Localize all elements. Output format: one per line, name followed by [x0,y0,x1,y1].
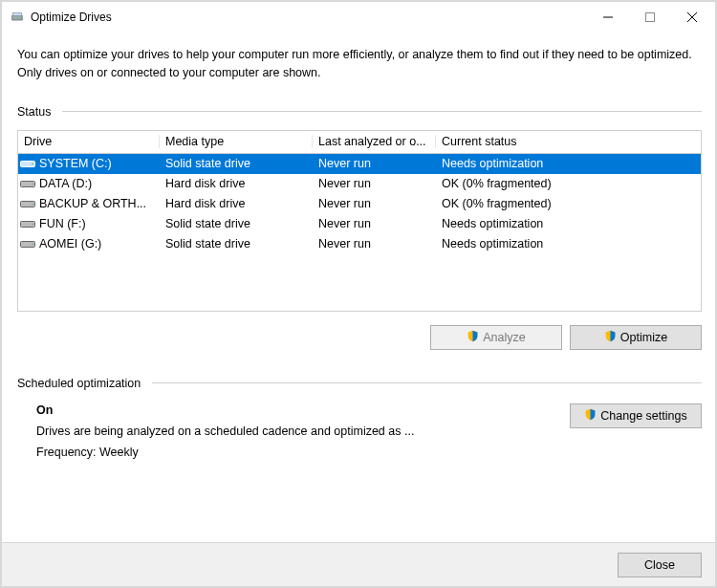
svg-rect-4 [646,13,655,22]
optimize-label: Optimize [620,331,667,344]
change-settings-button[interactable]: Change settings [570,403,702,428]
media-type: Solid state drive [160,237,313,250]
shield-icon [584,408,597,424]
table-row[interactable]: DATA (D:)Hard disk driveNever runOK (0% … [18,174,701,194]
close-dialog-button[interactable]: Close [618,553,702,577]
last-analyzed: Never run [313,197,436,210]
current-status: Needs optimization [436,237,701,250]
svg-point-14 [32,224,33,226]
status-label: Status [17,105,51,119]
analyze-button[interactable]: Analyze [430,325,562,350]
table-row[interactable]: SYSTEM (C:)Solid state driveNever runNee… [18,154,701,174]
last-analyzed: Never run [313,237,436,250]
drive-icon [20,158,35,169]
drive-icon [20,178,35,189]
media-type: Solid state drive [160,217,313,230]
drive-name: AOMEI (G:) [39,237,101,250]
current-status: OK (0% fragmented) [436,197,701,210]
window-controls [587,3,713,32]
drive-name: FUN (F:) [39,217,86,230]
drive-name: BACKUP & ORTH... [39,197,146,210]
status-section-header: Status [17,105,702,119]
media-type: Solid state drive [160,157,313,170]
svg-point-10 [32,184,33,185]
svg-point-8 [32,163,33,165]
drive-icon [20,218,35,229]
media-type: Hard disk drive [160,177,313,190]
header-drive[interactable]: Drive [18,135,160,148]
optimize-button[interactable]: Optimize [570,325,702,350]
schedule-state: On [36,403,570,417]
svg-rect-1 [13,13,22,16]
current-status: Needs optimization [436,217,701,230]
svg-point-12 [32,204,33,206]
scheduled-label: Scheduled optimization [17,377,141,390]
drive-icon [20,238,35,250]
footer: Close [2,542,715,586]
drive-name: SYSTEM (C:) [39,157,112,170]
close-button[interactable] [671,3,713,32]
window-title: Optimize Drives [31,11,112,24]
shield-icon [467,330,479,345]
shield-icon [604,330,617,345]
last-analyzed: Never run [313,177,436,190]
scheduled-section-header: Scheduled optimization [17,377,702,390]
table-row[interactable]: BACKUP & ORTH...Hard disk driveNever run… [18,194,701,214]
media-type: Hard disk drive [160,197,313,210]
title-bar: Optimize Drives [2,2,715,33]
action-buttons: Analyze Optimize [17,325,702,350]
last-analyzed: Never run [313,157,436,170]
header-media[interactable]: Media type [160,135,313,148]
analyze-label: Analyze [483,331,525,344]
last-analyzed: Never run [313,217,436,230]
table-header: Drive Media type Last analyzed or o... C… [18,131,701,154]
svg-point-2 [20,17,22,19]
svg-point-16 [32,244,33,246]
drive-icon [20,198,35,209]
maximize-button[interactable] [629,3,671,32]
change-settings-label: Change settings [600,409,686,423]
drive-name: DATA (D:) [39,177,92,190]
schedule-description: Drives are being analyzed on a scheduled… [36,425,570,438]
close-label: Close [644,558,675,572]
description-text: You can optimize your drives to help you… [17,46,702,82]
current-status: OK (0% fragmented) [436,177,701,190]
minimize-button[interactable] [587,3,629,32]
header-current-status[interactable]: Current status [436,135,701,148]
schedule-frequency: Frequency: Weekly [36,446,570,459]
app-icon [10,10,25,25]
header-last-analyzed[interactable]: Last analyzed or o... [313,135,436,148]
table-row[interactable]: FUN (F:)Solid state driveNever runNeeds … [18,214,701,234]
table-row[interactable]: AOMEI (G:)Solid state driveNever runNeed… [18,234,701,254]
current-status: Needs optimization [436,157,701,170]
drives-table: Drive Media type Last analyzed or o... C… [17,130,702,312]
